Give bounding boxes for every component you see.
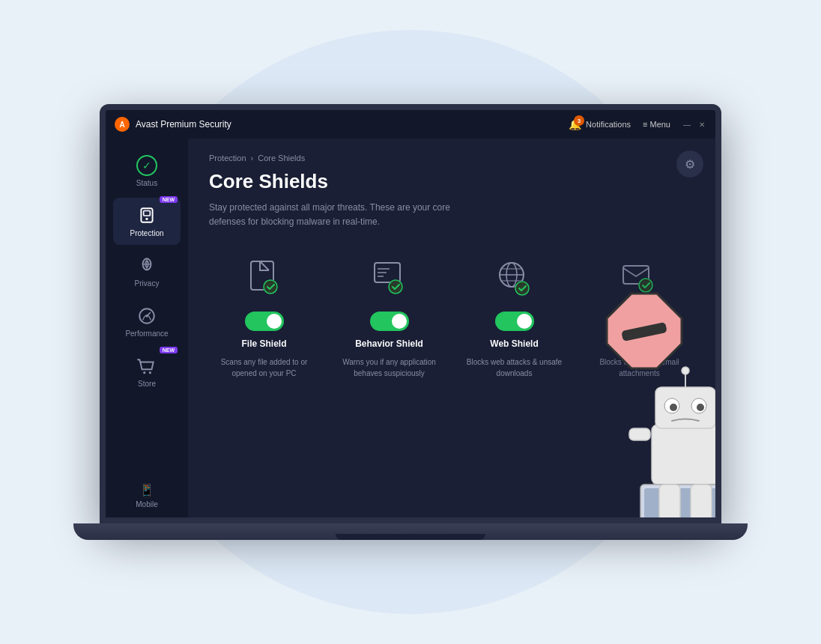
mail-shield-icon: [617, 255, 662, 300]
web-shield-knob: [517, 314, 532, 329]
sidebar-item-privacy[interactable]: Privacy: [113, 248, 181, 295]
svg-rect-33: [655, 387, 715, 428]
svg-point-2: [145, 218, 148, 220]
mail-shield-name: Mail Shield: [616, 338, 663, 349]
notifications-button[interactable]: 🔔 3 Notifications: [569, 118, 631, 130]
mail-shield-card: Mail Shield Blocks dangerous email attac…: [584, 252, 694, 379]
title-bar-right: 🔔 3 Notifications ≡ Menu — ✕: [569, 118, 706, 130]
mail-shield-desc: Blocks dangerous email attachments: [584, 356, 694, 379]
behavior-shield-knob: [392, 314, 407, 329]
sidebar-item-protection[interactable]: NEW Protection: [113, 198, 181, 245]
minimize-button[interactable]: —: [682, 120, 691, 129]
sidebar-item-store[interactable]: NEW Store: [113, 348, 181, 395]
check-circle-icon: ✓: [136, 155, 157, 176]
shields-grid: File Shield Scans any file added to or o…: [209, 252, 694, 379]
behavior-shield-desc: Warns you if any application behaves sus…: [334, 356, 444, 379]
store-label: Store: [138, 380, 156, 388]
web-shield-card: Web Shield Blocks web attacks & unsafe d…: [459, 252, 569, 379]
svg-point-26: [515, 282, 529, 295]
avast-logo: A: [115, 117, 130, 132]
sidebar-bottom: 📱 Mobile: [130, 477, 163, 520]
privacy-icon: [136, 255, 157, 276]
web-shield-name: Web Shield: [490, 338, 538, 349]
notifications-label: Notifications: [586, 120, 631, 129]
svg-point-19: [389, 280, 402, 294]
svg-rect-32: [652, 425, 715, 484]
svg-point-37: [697, 404, 704, 411]
app-title: Avast Premium Security: [136, 119, 563, 130]
breadcrumb-separator: ›: [251, 154, 254, 162]
behavior-shield-icon: [367, 255, 412, 300]
window-controls: — ✕: [682, 120, 706, 129]
file-shield-desc: Scans any file added to or opened on you…: [209, 356, 319, 379]
mail-shield-toggle[interactable]: [620, 312, 659, 331]
page-title: Core Shields: [209, 170, 694, 193]
store-icon: [136, 356, 157, 377]
new-badge-protection: NEW: [160, 196, 178, 203]
svg-point-29: [639, 279, 652, 292]
web-shield-toggle[interactable]: [495, 312, 534, 331]
app-layout: ✓ Status NEW Protection: [106, 139, 715, 523]
menu-button[interactable]: ≡ Menu: [643, 120, 670, 129]
sidebar-item-performance[interactable]: Performance: [113, 298, 181, 345]
new-badge-store: NEW: [160, 347, 178, 353]
close-button[interactable]: ✕: [697, 120, 706, 129]
svg-rect-1: [144, 211, 151, 216]
svg-rect-40: [640, 484, 715, 523]
behavior-shield-toggle[interactable]: [370, 312, 409, 331]
svg-point-35: [691, 398, 706, 413]
status-icon: ✓: [136, 155, 157, 176]
svg-point-10: [149, 371, 151, 374]
breadcrumb: Protection › Core Shields: [209, 154, 694, 162]
mail-shield-knob: [642, 314, 657, 329]
svg-rect-41: [644, 488, 715, 523]
performance-icon: [136, 306, 157, 326]
svg-rect-42: [659, 484, 680, 522]
svg-point-34: [664, 398, 679, 413]
file-shield-toggle[interactable]: [245, 312, 284, 331]
file-shield-card: File Shield Scans any file added to or o…: [209, 252, 319, 379]
file-shield-icon-wrap: [238, 252, 291, 304]
laptop-screen: A Avast Premium Security 🔔 3 Notificatio…: [100, 104, 721, 523]
mobile-icon: 📱: [139, 483, 154, 497]
status-label: Status: [136, 179, 157, 187]
sidebar: ✓ Status NEW Protection: [106, 139, 188, 523]
bell-icon: 🔔 3: [569, 118, 581, 130]
web-shield-icon: [492, 255, 537, 300]
protection-icon: [136, 205, 157, 226]
performance-label: Performance: [125, 329, 168, 338]
main-content: ⚙ Protection › Core Shields Core Shields…: [188, 139, 715, 523]
svg-point-13: [264, 280, 277, 294]
svg-rect-43: [691, 484, 712, 522]
laptop-base: [73, 523, 748, 540]
behavior-shield-name: Behavior Shield: [355, 338, 423, 349]
file-shield-name: File Shield: [241, 338, 286, 349]
sidebar-item-status[interactable]: ✓ Status: [113, 148, 181, 195]
notification-badge: 3: [574, 115, 584, 126]
web-shield-desc: Blocks web attacks & unsafe downloads: [459, 356, 569, 379]
title-bar: A Avast Premium Security 🔔 3 Notificatio…: [106, 110, 715, 139]
file-shield-knob: [267, 314, 282, 329]
gear-icon: ⚙: [685, 157, 695, 171]
breadcrumb-current: Core Shields: [258, 154, 305, 162]
svg-rect-38: [629, 428, 650, 440]
mail-shield-icon-wrap: [614, 252, 666, 304]
laptop-wrapper: A Avast Premium Security 🔔 3 Notificatio…: [73, 104, 748, 540]
settings-button[interactable]: ⚙: [676, 151, 703, 177]
mobile-button[interactable]: 📱 Mobile: [130, 477, 163, 514]
mobile-label: Mobile: [136, 500, 157, 508]
behavior-shield-card: Behavior Shield Warns you if any applica…: [334, 252, 444, 379]
protection-label: Protection: [130, 229, 163, 237]
svg-point-36: [670, 404, 677, 411]
page-description: Stay protected against all major threats…: [209, 201, 479, 229]
breadcrumb-parent[interactable]: Protection: [209, 154, 246, 162]
file-shield-icon: [242, 255, 287, 300]
web-shield-icon-wrap: [488, 252, 541, 304]
privacy-label: Privacy: [135, 279, 160, 288]
svg-point-9: [143, 371, 145, 374]
behavior-shield-icon-wrap: [363, 252, 416, 304]
